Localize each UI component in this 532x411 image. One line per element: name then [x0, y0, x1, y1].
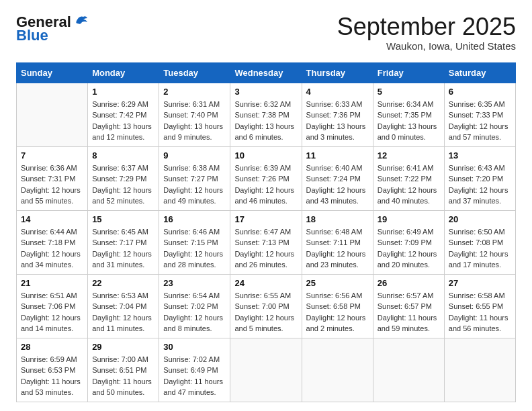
week-row-4: 21Sunrise: 6:51 AMSunset: 7:06 PMDayligh…: [17, 274, 516, 338]
calendar-cell: 10Sunrise: 6:39 AMSunset: 7:26 PMDayligh…: [230, 146, 302, 210]
day-number: 24: [234, 278, 297, 288]
day-info: Sunrise: 6:38 AMSunset: 7:27 PMDaylight:…: [163, 163, 226, 207]
week-row-1: 1Sunrise: 6:29 AMSunset: 7:42 PMDaylight…: [17, 83, 516, 146]
calendar-cell: 5Sunrise: 6:34 AMSunset: 7:35 PMDaylight…: [373, 83, 444, 146]
day-info: Sunrise: 6:41 AMSunset: 7:22 PMDaylight:…: [378, 163, 440, 207]
calendar-cell: 6Sunrise: 6:35 AMSunset: 7:33 PMDaylight…: [444, 83, 515, 146]
day-info: Sunrise: 6:32 AMSunset: 7:38 PMDaylight:…: [234, 99, 297, 143]
calendar-cell: 9Sunrise: 6:38 AMSunset: 7:27 PMDaylight…: [159, 146, 230, 210]
day-number: 19: [378, 214, 440, 224]
day-number: 23: [163, 278, 226, 288]
day-info: Sunrise: 6:39 AMSunset: 7:26 PMDaylight:…: [234, 163, 297, 207]
calendar-cell: 20Sunrise: 6:50 AMSunset: 7:08 PMDayligh…: [444, 210, 515, 274]
day-info: Sunrise: 6:43 AMSunset: 7:20 PMDaylight:…: [449, 163, 511, 207]
week-row-2: 7Sunrise: 6:36 AMSunset: 7:31 PMDaylight…: [17, 146, 516, 210]
day-info: Sunrise: 6:34 AMSunset: 7:35 PMDaylight:…: [378, 99, 440, 143]
day-number: 22: [92, 278, 154, 288]
calendar: SundayMondayTuesdayWednesdayThursdayFrid…: [16, 62, 516, 402]
day-info: Sunrise: 6:56 AMSunset: 6:58 PMDaylight:…: [306, 290, 369, 334]
day-number: 28: [21, 342, 83, 352]
calendar-cell: 4Sunrise: 6:33 AMSunset: 7:36 PMDaylight…: [302, 83, 373, 146]
day-info: Sunrise: 6:59 AMSunset: 6:53 PMDaylight:…: [21, 354, 83, 398]
title-area: September 2025 Waukon, Iowa, United Stat…: [337, 13, 516, 52]
day-info: Sunrise: 6:49 AMSunset: 7:09 PMDaylight:…: [378, 226, 440, 271]
day-number: 8: [92, 150, 154, 161]
day-number: 21: [21, 278, 83, 288]
day-info: Sunrise: 6:51 AMSunset: 7:06 PMDaylight:…: [21, 290, 83, 334]
day-info: Sunrise: 6:55 AMSunset: 7:00 PMDaylight:…: [234, 290, 297, 334]
day-info: Sunrise: 6:29 AMSunset: 7:42 PMDaylight:…: [92, 99, 154, 143]
day-number: 29: [92, 342, 154, 352]
day-info: Sunrise: 6:33 AMSunset: 7:36 PMDaylight:…: [306, 99, 369, 143]
calendar-cell: 1Sunrise: 6:29 AMSunset: 7:42 PMDaylight…: [88, 83, 159, 146]
day-number: 4: [306, 87, 369, 97]
logo: General Blue: [16, 13, 89, 44]
day-info: Sunrise: 6:40 AMSunset: 7:24 PMDaylight:…: [306, 163, 369, 207]
day-info: Sunrise: 6:45 AMSunset: 7:17 PMDaylight:…: [92, 226, 154, 271]
logo-bird-icon: [74, 14, 89, 28]
weekday-header-wednesday: Wednesday: [230, 62, 302, 83]
calendar-cell: 30Sunrise: 7:02 AMSunset: 6:49 PMDayligh…: [159, 338, 230, 402]
calendar-cell: 16Sunrise: 6:46 AMSunset: 7:15 PMDayligh…: [159, 210, 230, 274]
calendar-cell: 13Sunrise: 6:43 AMSunset: 7:20 PMDayligh…: [444, 146, 515, 210]
month-title: September 2025: [337, 13, 516, 40]
day-info: Sunrise: 6:53 AMSunset: 7:04 PMDaylight:…: [92, 290, 154, 334]
calendar-cell: 22Sunrise: 6:53 AMSunset: 7:04 PMDayligh…: [88, 274, 159, 338]
day-number: 7: [21, 150, 83, 161]
calendar-cell: 29Sunrise: 7:00 AMSunset: 6:51 PMDayligh…: [88, 338, 159, 402]
week-row-3: 14Sunrise: 6:44 AMSunset: 7:18 PMDayligh…: [17, 210, 516, 274]
calendar-cell: 27Sunrise: 6:58 AMSunset: 6:55 PMDayligh…: [444, 274, 515, 338]
day-info: Sunrise: 6:54 AMSunset: 7:02 PMDaylight:…: [163, 290, 226, 334]
day-number: 20: [449, 214, 511, 224]
day-info: Sunrise: 7:02 AMSunset: 6:49 PMDaylight:…: [163, 354, 226, 398]
calendar-cell: 17Sunrise: 6:47 AMSunset: 7:13 PMDayligh…: [230, 210, 302, 274]
calendar-cell: 2Sunrise: 6:31 AMSunset: 7:40 PMDaylight…: [159, 83, 230, 146]
calendar-cell: 7Sunrise: 6:36 AMSunset: 7:31 PMDaylight…: [17, 146, 88, 210]
day-number: 14: [21, 214, 83, 224]
logo-blue: Blue: [16, 27, 48, 44]
weekday-header-sunday: Sunday: [17, 62, 88, 83]
day-number: 5: [378, 87, 440, 97]
day-info: Sunrise: 6:58 AMSunset: 6:55 PMDaylight:…: [449, 290, 511, 334]
location-subtitle: Waukon, Iowa, United States: [337, 40, 516, 52]
day-number: 1: [92, 87, 154, 97]
day-info: Sunrise: 6:47 AMSunset: 7:13 PMDaylight:…: [234, 226, 297, 271]
day-info: Sunrise: 6:36 AMSunset: 7:31 PMDaylight:…: [21, 163, 83, 207]
day-number: 18: [306, 214, 369, 224]
day-number: 3: [234, 87, 297, 97]
calendar-cell: 11Sunrise: 6:40 AMSunset: 7:24 PMDayligh…: [302, 146, 373, 210]
day-number: 16: [163, 214, 226, 224]
day-info: Sunrise: 6:50 AMSunset: 7:08 PMDaylight:…: [449, 226, 511, 271]
calendar-cell: [373, 338, 444, 402]
day-number: 9: [163, 150, 226, 161]
calendar-cell: [444, 338, 515, 402]
day-number: 13: [449, 150, 511, 161]
weekday-header-saturday: Saturday: [444, 62, 515, 83]
day-info: Sunrise: 6:48 AMSunset: 7:11 PMDaylight:…: [306, 226, 369, 271]
weekday-header-monday: Monday: [88, 62, 159, 83]
calendar-cell: 26Sunrise: 6:57 AMSunset: 6:57 PMDayligh…: [373, 274, 444, 338]
calendar-cell: 23Sunrise: 6:54 AMSunset: 7:02 PMDayligh…: [159, 274, 230, 338]
calendar-cell: 15Sunrise: 6:45 AMSunset: 7:17 PMDayligh…: [88, 210, 159, 274]
day-number: 2: [163, 87, 226, 97]
day-number: 30: [163, 342, 226, 352]
day-number: 10: [234, 150, 297, 161]
day-info: Sunrise: 6:37 AMSunset: 7:29 PMDaylight:…: [92, 163, 154, 207]
day-info: Sunrise: 7:00 AMSunset: 6:51 PMDaylight:…: [92, 354, 154, 398]
calendar-cell: 3Sunrise: 6:32 AMSunset: 7:38 PMDaylight…: [230, 83, 302, 146]
day-number: 27: [449, 278, 511, 288]
day-number: 6: [449, 87, 511, 97]
calendar-cell: 24Sunrise: 6:55 AMSunset: 7:00 PMDayligh…: [230, 274, 302, 338]
day-info: Sunrise: 6:35 AMSunset: 7:33 PMDaylight:…: [449, 99, 511, 143]
day-number: 12: [378, 150, 440, 161]
day-number: 15: [92, 214, 154, 224]
weekday-header-thursday: Thursday: [302, 62, 373, 83]
calendar-cell: 28Sunrise: 6:59 AMSunset: 6:53 PMDayligh…: [17, 338, 88, 402]
calendar-cell: 25Sunrise: 6:56 AMSunset: 6:58 PMDayligh…: [302, 274, 373, 338]
day-number: 25: [306, 278, 369, 288]
calendar-cell: 19Sunrise: 6:49 AMSunset: 7:09 PMDayligh…: [373, 210, 444, 274]
calendar-cell: [302, 338, 373, 402]
calendar-cell: 14Sunrise: 6:44 AMSunset: 7:18 PMDayligh…: [17, 210, 88, 274]
day-info: Sunrise: 6:57 AMSunset: 6:57 PMDaylight:…: [378, 290, 440, 334]
calendar-cell: [230, 338, 302, 402]
